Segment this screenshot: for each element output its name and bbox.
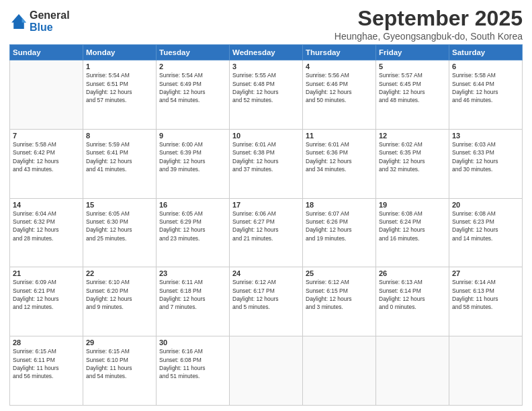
day-cell: 13Sunrise: 6:03 AM Sunset: 6:33 PM Dayli… [449, 129, 523, 198]
month-year: September 2025 [335, 7, 523, 30]
day-cell: 11Sunrise: 6:01 AM Sunset: 6:36 PM Dayli… [303, 129, 376, 198]
day-info: Sunrise: 6:15 AM Sunset: 6:11 PM Dayligh… [13, 347, 80, 380]
day-cell: 24Sunrise: 6:12 AM Sunset: 6:17 PM Dayli… [230, 267, 303, 336]
day-number: 19 [379, 201, 446, 209]
col-header-wednesday: Wednesday [230, 45, 303, 60]
week-row-3: 14Sunrise: 6:04 AM Sunset: 6:32 PM Dayli… [10, 198, 523, 267]
day-number: 16 [159, 201, 226, 209]
header-row: SundayMondayTuesdayWednesdayThursdayFrid… [10, 45, 523, 60]
day-cell [230, 336, 303, 406]
day-cell: 1Sunrise: 5:54 AM Sunset: 6:51 PM Daylig… [83, 60, 157, 130]
day-info: Sunrise: 6:00 AM Sunset: 6:39 PM Dayligh… [159, 140, 226, 173]
day-info: Sunrise: 6:13 AM Sunset: 6:14 PM Dayligh… [379, 278, 446, 311]
day-cell: 29Sunrise: 6:15 AM Sunset: 6:10 PM Dayli… [83, 336, 157, 406]
day-cell: 16Sunrise: 6:05 AM Sunset: 6:29 PM Dayli… [157, 198, 230, 267]
day-cell: 9Sunrise: 6:00 AM Sunset: 6:39 PM Daylig… [157, 129, 230, 198]
day-number: 6 [452, 62, 519, 71]
day-cell [449, 336, 523, 406]
day-cell: 2Sunrise: 5:54 AM Sunset: 6:49 PM Daylig… [157, 60, 230, 130]
day-number: 7 [13, 132, 80, 140]
day-cell [10, 60, 83, 130]
week-row-1: 1Sunrise: 5:54 AM Sunset: 6:51 PM Daylig… [10, 60, 523, 130]
day-info: Sunrise: 6:01 AM Sunset: 6:36 PM Dayligh… [306, 140, 373, 173]
day-info: Sunrise: 6:11 AM Sunset: 6:18 PM Dayligh… [159, 278, 226, 311]
day-number: 20 [452, 201, 519, 209]
day-info: Sunrise: 6:07 AM Sunset: 6:26 PM Dayligh… [306, 210, 373, 242]
col-header-friday: Friday [376, 45, 449, 60]
title-block: September 2025 Heunghae, Gyeongsangbuk-d… [335, 7, 523, 42]
col-header-monday: Monday [83, 45, 157, 60]
location: Heunghae, Gyeongsangbuk-do, South Korea [335, 31, 523, 42]
day-info: Sunrise: 5:54 AM Sunset: 6:49 PM Dayligh… [159, 71, 226, 104]
day-info: Sunrise: 6:10 AM Sunset: 6:20 PM Dayligh… [86, 278, 153, 311]
day-cell: 7Sunrise: 5:58 AM Sunset: 6:42 PM Daylig… [10, 129, 83, 198]
logo-general: General [30, 9, 70, 21]
day-number: 26 [379, 269, 446, 277]
day-number: 8 [86, 132, 153, 140]
day-info: Sunrise: 6:01 AM Sunset: 6:38 PM Dayligh… [232, 140, 300, 173]
day-number: 17 [232, 201, 300, 209]
day-cell: 27Sunrise: 6:14 AM Sunset: 6:13 PM Dayli… [449, 267, 523, 336]
day-number: 14 [13, 201, 80, 209]
day-info: Sunrise: 5:58 AM Sunset: 6:44 PM Dayligh… [452, 71, 519, 104]
day-number: 2 [159, 62, 226, 71]
page: General Blue September 2025 Heunghae, Gy… [0, 0, 532, 411]
day-cell: 20Sunrise: 6:08 AM Sunset: 6:23 PM Dayli… [449, 198, 523, 267]
day-cell: 30Sunrise: 6:16 AM Sunset: 6:08 PM Dayli… [157, 336, 230, 406]
day-info: Sunrise: 6:03 AM Sunset: 6:33 PM Dayligh… [452, 140, 519, 173]
day-cell: 21Sunrise: 6:09 AM Sunset: 6:21 PM Dayli… [10, 267, 83, 336]
day-cell: 15Sunrise: 6:05 AM Sunset: 6:30 PM Dayli… [83, 198, 157, 267]
day-info: Sunrise: 6:12 AM Sunset: 6:17 PM Dayligh… [232, 278, 300, 311]
day-info: Sunrise: 6:06 AM Sunset: 6:27 PM Dayligh… [232, 210, 300, 242]
day-info: Sunrise: 6:05 AM Sunset: 6:29 PM Dayligh… [159, 210, 226, 242]
day-cell: 18Sunrise: 6:07 AM Sunset: 6:26 PM Dayli… [303, 198, 376, 267]
col-header-sunday: Sunday [10, 45, 83, 60]
day-info: Sunrise: 6:14 AM Sunset: 6:13 PM Dayligh… [452, 278, 519, 311]
logo-icon [9, 12, 28, 31]
day-cell: 10Sunrise: 6:01 AM Sunset: 6:38 PM Dayli… [230, 129, 303, 198]
logo-blue: Blue [30, 21, 70, 34]
day-number: 13 [452, 132, 519, 140]
day-info: Sunrise: 5:59 AM Sunset: 6:41 PM Dayligh… [86, 140, 153, 173]
day-number: 28 [13, 338, 80, 347]
day-number: 29 [86, 338, 153, 347]
col-header-saturday: Saturday [449, 45, 523, 60]
day-cell: 5Sunrise: 5:57 AM Sunset: 6:45 PM Daylig… [376, 60, 449, 130]
day-info: Sunrise: 5:54 AM Sunset: 6:51 PM Dayligh… [86, 71, 153, 104]
week-row-5: 28Sunrise: 6:15 AM Sunset: 6:11 PM Dayli… [10, 336, 523, 406]
day-number: 21 [13, 269, 80, 277]
day-info: Sunrise: 6:05 AM Sunset: 6:30 PM Dayligh… [86, 210, 153, 242]
day-number: 27 [452, 269, 519, 277]
day-cell: 3Sunrise: 5:55 AM Sunset: 6:48 PM Daylig… [230, 60, 303, 130]
day-info: Sunrise: 6:08 AM Sunset: 6:24 PM Dayligh… [379, 210, 446, 242]
logo: General Blue [9, 9, 70, 33]
day-cell: 19Sunrise: 6:08 AM Sunset: 6:24 PM Dayli… [376, 198, 449, 267]
day-info: Sunrise: 6:02 AM Sunset: 6:35 PM Dayligh… [379, 140, 446, 173]
day-number: 4 [306, 62, 373, 71]
day-number: 12 [379, 132, 446, 140]
day-cell: 12Sunrise: 6:02 AM Sunset: 6:35 PM Dayli… [376, 129, 449, 198]
day-number: 3 [232, 62, 300, 71]
day-info: Sunrise: 6:15 AM Sunset: 6:10 PM Dayligh… [86, 347, 153, 380]
header: General Blue September 2025 Heunghae, Gy… [9, 7, 523, 42]
day-number: 15 [86, 201, 153, 209]
week-row-2: 7Sunrise: 5:58 AM Sunset: 6:42 PM Daylig… [10, 129, 523, 198]
day-number: 10 [232, 132, 300, 140]
day-number: 5 [379, 62, 446, 71]
day-cell: 6Sunrise: 5:58 AM Sunset: 6:44 PM Daylig… [449, 60, 523, 130]
day-cell: 28Sunrise: 6:15 AM Sunset: 6:11 PM Dayli… [10, 336, 83, 406]
col-header-tuesday: Tuesday [157, 45, 230, 60]
day-number: 24 [232, 269, 300, 277]
day-cell: 14Sunrise: 6:04 AM Sunset: 6:32 PM Dayli… [10, 198, 83, 267]
day-info: Sunrise: 6:08 AM Sunset: 6:23 PM Dayligh… [452, 210, 519, 242]
day-info: Sunrise: 6:16 AM Sunset: 6:08 PM Dayligh… [159, 347, 226, 380]
day-number: 22 [86, 269, 153, 277]
day-cell: 25Sunrise: 6:12 AM Sunset: 6:15 PM Dayli… [303, 267, 376, 336]
day-cell: 23Sunrise: 6:11 AM Sunset: 6:18 PM Dayli… [157, 267, 230, 336]
day-number: 23 [159, 269, 226, 277]
day-info: Sunrise: 5:58 AM Sunset: 6:42 PM Dayligh… [13, 140, 80, 173]
day-info: Sunrise: 6:12 AM Sunset: 6:15 PM Dayligh… [306, 278, 373, 311]
day-number: 9 [159, 132, 226, 140]
day-cell [303, 336, 376, 406]
day-info: Sunrise: 6:04 AM Sunset: 6:32 PM Dayligh… [13, 210, 80, 242]
